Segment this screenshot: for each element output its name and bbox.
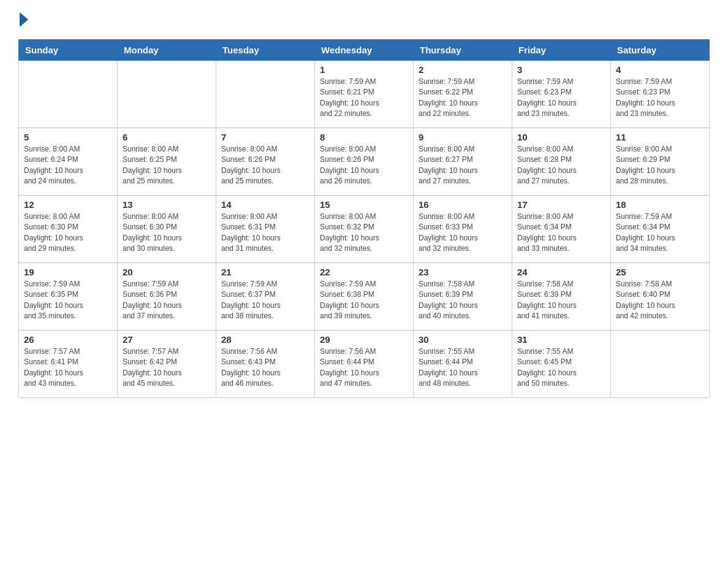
day-number: 8: [320, 132, 408, 142]
day-number: 14: [221, 199, 309, 210]
day-number: 23: [419, 267, 507, 277]
calendar-week-row: 5Sunrise: 8:00 AM Sunset: 6:24 PM Daylig…: [19, 128, 710, 196]
header-row: SundayMondayTuesdayWednesdayThursdayFrid…: [19, 40, 710, 61]
day-number: 28: [221, 334, 309, 345]
day-number: 29: [320, 334, 408, 345]
calendar-day-cell: 5Sunrise: 8:00 AM Sunset: 6:24 PM Daylig…: [19, 128, 118, 196]
day-of-week-header: Sunday: [19, 40, 118, 61]
day-number: 16: [419, 199, 507, 210]
day-number: 7: [221, 132, 309, 142]
calendar-day-cell: 15Sunrise: 8:00 AM Sunset: 6:32 PM Dayli…: [315, 196, 414, 263]
calendar-table: SundayMondayTuesdayWednesdayThursdayFrid…: [18, 39, 710, 398]
calendar-day-cell: 29Sunrise: 7:56 AM Sunset: 6:44 PM Dayli…: [315, 331, 414, 398]
day-info: Sunrise: 7:59 AM Sunset: 6:22 PM Dayligh…: [419, 77, 507, 120]
day-of-week-header: Monday: [118, 40, 216, 61]
calendar-day-cell: 3Sunrise: 7:59 AM Sunset: 6:23 PM Daylig…: [512, 61, 611, 128]
calendar-day-cell: [216, 61, 315, 128]
calendar-day-cell: [118, 61, 216, 128]
day-info: Sunrise: 7:58 AM Sunset: 6:40 PM Dayligh…: [616, 279, 704, 322]
calendar-week-row: 26Sunrise: 7:57 AM Sunset: 6:41 PM Dayli…: [19, 331, 710, 398]
day-info: Sunrise: 7:57 AM Sunset: 6:41 PM Dayligh…: [24, 347, 112, 389]
day-number: 30: [419, 334, 507, 345]
calendar-day-cell: 2Sunrise: 7:59 AM Sunset: 6:22 PM Daylig…: [414, 61, 512, 128]
calendar-day-cell: 27Sunrise: 7:57 AM Sunset: 6:42 PM Dayli…: [118, 331, 216, 398]
day-info: Sunrise: 8:00 AM Sunset: 6:34 PM Dayligh…: [517, 212, 605, 255]
calendar-day-cell: 18Sunrise: 7:59 AM Sunset: 6:34 PM Dayli…: [611, 196, 710, 263]
calendar-day-cell: 1Sunrise: 7:59 AM Sunset: 6:21 PM Daylig…: [315, 61, 414, 128]
calendar-day-cell: 8Sunrise: 8:00 AM Sunset: 6:26 PM Daylig…: [315, 128, 414, 196]
calendar-day-cell: 24Sunrise: 7:58 AM Sunset: 6:39 PM Dayli…: [512, 263, 611, 331]
day-info: Sunrise: 7:59 AM Sunset: 6:23 PM Dayligh…: [517, 77, 605, 120]
calendar-day-cell: 31Sunrise: 7:55 AM Sunset: 6:45 PM Dayli…: [512, 331, 611, 398]
day-info: Sunrise: 8:00 AM Sunset: 6:28 PM Dayligh…: [517, 144, 605, 187]
calendar-day-cell: 11Sunrise: 8:00 AM Sunset: 6:29 PM Dayli…: [611, 128, 710, 196]
calendar-day-cell: 21Sunrise: 7:59 AM Sunset: 6:37 PM Dayli…: [216, 263, 315, 331]
day-info: Sunrise: 8:00 AM Sunset: 6:27 PM Dayligh…: [419, 144, 507, 187]
calendar-day-cell: [19, 61, 118, 128]
day-info: Sunrise: 7:55 AM Sunset: 6:44 PM Dayligh…: [419, 347, 507, 389]
day-of-week-header: Saturday: [611, 40, 710, 61]
calendar-body: 1Sunrise: 7:59 AM Sunset: 6:21 PM Daylig…: [19, 61, 710, 398]
day-number: 10: [517, 132, 605, 142]
calendar-day-cell: 20Sunrise: 7:59 AM Sunset: 6:36 PM Dayli…: [118, 263, 216, 331]
day-info: Sunrise: 8:00 AM Sunset: 6:26 PM Dayligh…: [221, 144, 309, 187]
calendar-week-row: 1Sunrise: 7:59 AM Sunset: 6:21 PM Daylig…: [19, 61, 710, 128]
day-number: 19: [24, 267, 112, 277]
calendar-day-cell: 25Sunrise: 7:58 AM Sunset: 6:40 PM Dayli…: [611, 263, 710, 331]
day-number: 17: [517, 199, 605, 210]
day-info: Sunrise: 7:56 AM Sunset: 6:44 PM Dayligh…: [320, 347, 408, 389]
day-info: Sunrise: 8:00 AM Sunset: 6:33 PM Dayligh…: [419, 212, 507, 255]
day-number: 31: [517, 334, 605, 345]
day-number: 2: [419, 64, 507, 75]
day-info: Sunrise: 8:00 AM Sunset: 6:32 PM Dayligh…: [320, 212, 408, 255]
day-info: Sunrise: 8:00 AM Sunset: 6:31 PM Dayligh…: [221, 212, 309, 255]
calendar-day-cell: 26Sunrise: 7:57 AM Sunset: 6:41 PM Dayli…: [19, 331, 118, 398]
calendar-day-cell: 6Sunrise: 8:00 AM Sunset: 6:25 PM Daylig…: [118, 128, 216, 196]
day-number: 12: [24, 199, 112, 210]
day-info: Sunrise: 7:59 AM Sunset: 6:34 PM Dayligh…: [616, 212, 704, 255]
calendar-header: SundayMondayTuesdayWednesdayThursdayFrid…: [19, 40, 710, 61]
day-info: Sunrise: 7:59 AM Sunset: 6:23 PM Dayligh…: [616, 77, 704, 120]
logo-arrow-icon: [20, 12, 28, 27]
day-info: Sunrise: 7:59 AM Sunset: 6:36 PM Dayligh…: [123, 279, 211, 322]
day-number: 6: [123, 132, 211, 142]
calendar-day-cell: 19Sunrise: 7:59 AM Sunset: 6:35 PM Dayli…: [19, 263, 118, 331]
day-number: 15: [320, 199, 408, 210]
day-info: Sunrise: 8:00 AM Sunset: 6:24 PM Dayligh…: [24, 144, 112, 187]
day-info: Sunrise: 7:55 AM Sunset: 6:45 PM Dayligh…: [517, 347, 605, 389]
calendar-day-cell: [611, 331, 710, 398]
calendar-week-row: 19Sunrise: 7:59 AM Sunset: 6:35 PM Dayli…: [19, 263, 710, 331]
day-info: Sunrise: 7:59 AM Sunset: 6:35 PM Dayligh…: [24, 279, 112, 322]
day-number: 27: [123, 334, 211, 345]
calendar-day-cell: 10Sunrise: 8:00 AM Sunset: 6:28 PM Dayli…: [512, 128, 611, 196]
calendar-day-cell: 28Sunrise: 7:56 AM Sunset: 6:43 PM Dayli…: [216, 331, 315, 398]
day-number: 11: [616, 132, 704, 142]
logo: [18, 12, 29, 27]
day-of-week-header: Friday: [512, 40, 611, 61]
day-info: Sunrise: 8:00 AM Sunset: 6:25 PM Dayligh…: [123, 144, 211, 187]
day-info: Sunrise: 8:00 AM Sunset: 6:29 PM Dayligh…: [616, 144, 704, 187]
day-of-week-header: Thursday: [414, 40, 512, 61]
day-info: Sunrise: 7:59 AM Sunset: 6:37 PM Dayligh…: [221, 279, 309, 322]
day-info: Sunrise: 7:58 AM Sunset: 6:39 PM Dayligh…: [517, 279, 605, 322]
day-number: 26: [24, 334, 112, 345]
calendar-day-cell: 7Sunrise: 8:00 AM Sunset: 6:26 PM Daylig…: [216, 128, 315, 196]
calendar-week-row: 12Sunrise: 8:00 AM Sunset: 6:30 PM Dayli…: [19, 196, 710, 263]
day-info: Sunrise: 7:58 AM Sunset: 6:39 PM Dayligh…: [419, 279, 507, 322]
calendar-day-cell: 16Sunrise: 8:00 AM Sunset: 6:33 PM Dayli…: [414, 196, 512, 263]
day-info: Sunrise: 8:00 AM Sunset: 6:26 PM Dayligh…: [320, 144, 408, 187]
day-number: 18: [616, 199, 704, 210]
calendar-day-cell: 17Sunrise: 8:00 AM Sunset: 6:34 PM Dayli…: [512, 196, 611, 263]
calendar-day-cell: 22Sunrise: 7:59 AM Sunset: 6:38 PM Dayli…: [315, 263, 414, 331]
day-info: Sunrise: 7:57 AM Sunset: 6:42 PM Dayligh…: [123, 347, 211, 389]
calendar-day-cell: 9Sunrise: 8:00 AM Sunset: 6:27 PM Daylig…: [414, 128, 512, 196]
calendar-day-cell: 23Sunrise: 7:58 AM Sunset: 6:39 PM Dayli…: [414, 263, 512, 331]
day-number: 22: [320, 267, 408, 277]
calendar-day-cell: 14Sunrise: 8:00 AM Sunset: 6:31 PM Dayli…: [216, 196, 315, 263]
calendar-day-cell: 30Sunrise: 7:55 AM Sunset: 6:44 PM Dayli…: [414, 331, 512, 398]
calendar-day-cell: 12Sunrise: 8:00 AM Sunset: 6:30 PM Dayli…: [19, 196, 118, 263]
day-info: Sunrise: 8:00 AM Sunset: 6:30 PM Dayligh…: [24, 212, 112, 255]
calendar-day-cell: 13Sunrise: 8:00 AM Sunset: 6:30 PM Dayli…: [118, 196, 216, 263]
day-number: 13: [123, 199, 211, 210]
day-number: 21: [221, 267, 309, 277]
